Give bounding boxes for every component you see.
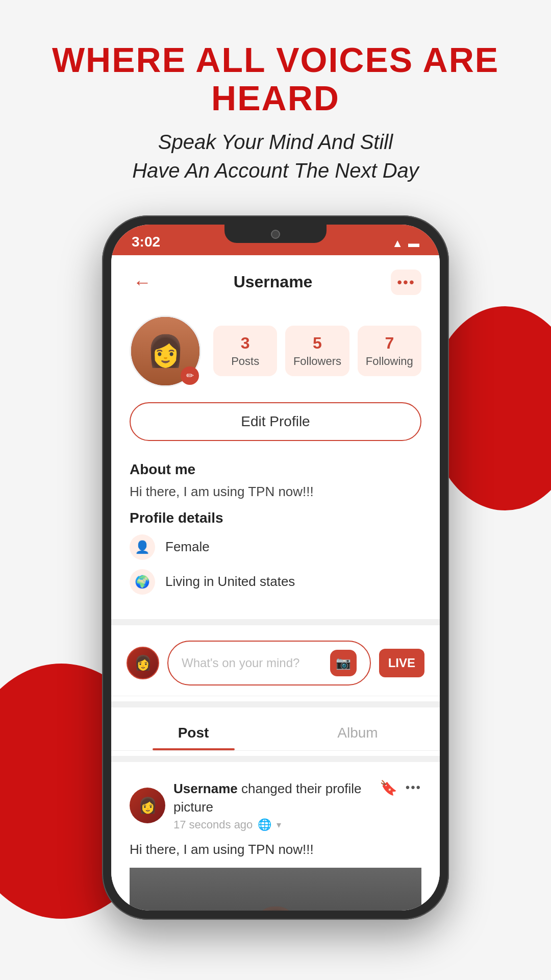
location-icon: 🌍 [130,569,155,595]
gender-icon: 👤 [130,534,155,560]
tab-album[interactable]: Album [276,713,440,750]
location-detail: 🌍 Living in United states [130,569,421,595]
post-more-icon[interactable]: ••• [406,780,421,795]
followers-label: Followers [290,355,344,368]
posts-count: 3 [218,334,272,353]
post-user-info: 👩 Username changed their profile picture… [130,779,380,832]
following-count: 7 [363,334,416,353]
more-button[interactable]: ••• [391,270,421,295]
tab-album-label: Album [337,725,378,741]
phone-wrapper: 3:02 ▲ ▬ ← Username ••• [0,215,551,920]
top-nav: ← Username ••• [111,255,440,305]
following-label: Following [363,355,416,368]
profile-details-title: Profile details [130,510,421,526]
edit-profile-button[interactable]: Edit Profile [130,402,421,441]
gender-detail: 👤 Female [130,534,421,560]
composer-divider [111,701,440,707]
bookmark-icon[interactable]: 🔖 [380,779,397,796]
header-area: WHERE ALL VOICES ARE HEARD Speak Your Mi… [0,0,551,205]
tab-post-underline [153,748,235,750]
post-time-row: 17 seconds ago 🌐 ▾ [173,818,380,831]
headline: WHERE ALL VOICES ARE HEARD [0,41,551,117]
location-text: Living in United states [165,574,295,590]
stat-followers[interactable]: 5 Followers [285,326,349,376]
post-user-text: Username changed their profile picture [173,779,380,817]
status-icons: ▲ ▬ [392,237,419,250]
tab-post[interactable]: Post [111,713,276,750]
back-arrow-icon: ← [133,272,152,293]
app-content: ← Username ••• 👩 ✏ [111,255,440,911]
battery-icon: ▬ [408,237,419,250]
more-dots-icon: ••• [397,274,415,290]
post-username: Username [173,781,238,796]
person-icon: 👤 [135,540,150,554]
about-section: About me Hi there, I am using TPN now!!!… [111,456,440,614]
wifi-icon: ▲ [392,237,403,250]
composer-placeholder: What's on your mind? [182,656,299,670]
composer-avatar: 👩 [127,647,159,679]
about-me-text: Hi there, I am using TPN now!!! [130,484,421,500]
composer-input[interactable]: What's on your mind? 📷 [167,641,371,685]
post-action-buttons: 🔖 ••• [380,779,421,796]
back-button[interactable]: ← [130,270,155,295]
avatar-edit-button[interactable]: ✏ [181,366,199,385]
camera-button[interactable]: 📷 [330,650,357,676]
gender-text: Female [165,539,210,555]
followers-count: 5 [290,334,344,353]
post-time: 17 seconds ago [173,818,253,831]
profile-section: 👩 ✏ 3 Posts 5 Followers [111,305,440,402]
subheadline-line1: Speak Your Mind And Still [158,131,393,153]
post-globe-icon: 🌐 [258,818,271,831]
post-image: 👩 [130,868,421,910]
post-image-fade: 👩 [130,868,421,910]
post-header: 👩 Username changed their profile picture… [130,779,421,832]
image-silhouette: 👩 [250,905,301,910]
phone-inner: 3:02 ▲ ▬ ← Username ••• [111,225,440,911]
nav-username: Username [234,273,313,291]
live-button[interactable]: LIVE [379,649,424,677]
stat-posts[interactable]: 3 Posts [213,326,277,376]
about-me-title: About me [130,461,421,478]
subheadline-line2: Have An Account The Next Day [132,159,419,182]
status-time: 3:02 [132,234,160,250]
subheadline: Speak Your Mind And Still Have An Accoun… [0,128,551,185]
pencil-icon: ✏ [186,370,194,381]
tabs-bar: Post Album [111,713,440,751]
section-divider [111,619,440,625]
post-item: 👩 Username changed their profile picture… [111,767,440,911]
post-meta: Username changed their profile picture 1… [173,779,380,832]
stats-row: 3 Posts 5 Followers 7 Following [213,326,421,376]
globe-location-icon: 🌍 [135,575,150,589]
tabs-divider [111,756,440,762]
front-camera [271,230,280,239]
post-avatar: 👩 [130,788,165,823]
stat-following[interactable]: 7 Following [358,326,421,376]
avatar-wrapper: 👩 ✏ [130,315,201,387]
edit-profile-label: Edit Profile [241,413,310,429]
phone-outer: 3:02 ▲ ▬ ← Username ••• [102,215,449,920]
live-label: LIVE [388,656,415,670]
camera-icon: 📷 [336,656,351,670]
posts-label: Posts [218,355,272,368]
post-dropdown-icon[interactable]: ▾ [277,819,281,830]
tab-post-label: Post [178,725,209,741]
post-composer: 👩 What's on your mind? 📷 LIVE [111,630,440,696]
phone-notch [224,225,327,243]
post-body: Hi there, I am using TPN now!!! [130,840,421,860]
